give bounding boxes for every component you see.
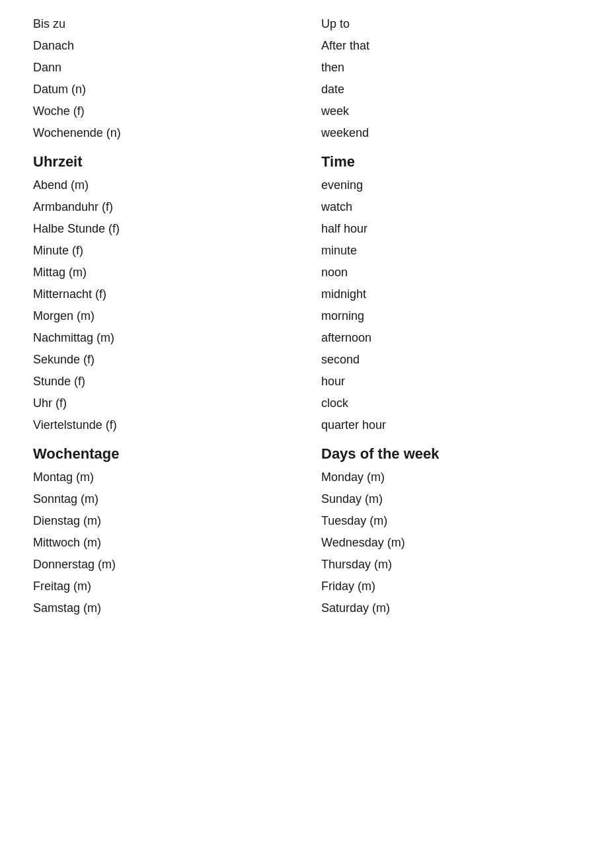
vocab-english: Wednesday (m)	[308, 532, 596, 554]
section-header-english: Time	[308, 144, 596, 174]
vocab-english: then	[308, 57, 596, 79]
vocab-english: hour	[308, 371, 596, 393]
vocab-english: quarter hour	[308, 414, 596, 436]
vocab-german: Armbanduhr (f)	[20, 196, 308, 218]
vocab-english: After that	[308, 35, 596, 57]
vocab-german: Mittag (m)	[20, 262, 308, 283]
vocab-german: Nachmittag (m)	[20, 327, 308, 349]
section-header-german: Wochentage	[20, 436, 308, 467]
vocab-english: morning	[308, 305, 596, 327]
vocab-row: Donnerstag (m)Thursday (m)	[20, 554, 596, 576]
vocab-row: Freitag (m)Friday (m)	[20, 576, 596, 597]
vocab-row: Morgen (m)morning	[20, 305, 596, 327]
vocab-german: Bis zu	[20, 13, 308, 35]
vocab-english: evening	[308, 174, 596, 196]
vocab-german: Minute (f)	[20, 240, 308, 262]
vocab-english: weekend	[308, 122, 596, 144]
vocab-english: minute	[308, 240, 596, 262]
vocab-english: Thursday (m)	[308, 554, 596, 576]
vocab-german: Sonntag (m)	[20, 488, 308, 510]
vocab-row: DanachAfter that	[20, 35, 596, 57]
vocab-english: clock	[308, 393, 596, 414]
section-header-german: Uhrzeit	[20, 144, 308, 174]
vocab-row: Dannthen	[20, 57, 596, 79]
vocab-english: Saturday (m)	[308, 597, 596, 619]
vocab-row: Armbanduhr (f)watch	[20, 196, 596, 218]
vocab-english: half hour	[308, 218, 596, 240]
vocab-english: week	[308, 100, 596, 122]
vocab-german: Uhr (f)	[20, 393, 308, 414]
vocab-row: Dienstag (m)Tuesday (m)	[20, 510, 596, 532]
vocab-german: Dienstag (m)	[20, 510, 308, 532]
vocab-english: Tuesday (m)	[308, 510, 596, 532]
vocabulary-table: Bis zuUp toDanachAfter thatDannthenDatum…	[20, 13, 596, 619]
vocab-english: Friday (m)	[308, 576, 596, 597]
vocab-german: Viertelstunde (f)	[20, 414, 308, 436]
section-header-english: Days of the week	[308, 436, 596, 467]
vocab-german: Mitternacht (f)	[20, 283, 308, 305]
vocab-row: Sekunde (f)second	[20, 349, 596, 371]
vocab-english: watch	[308, 196, 596, 218]
vocab-row: Mittag (m)noon	[20, 262, 596, 283]
vocab-english: noon	[308, 262, 596, 283]
vocab-german: Morgen (m)	[20, 305, 308, 327]
vocab-english: second	[308, 349, 596, 371]
vocab-german: Datum (n)	[20, 79, 308, 100]
vocab-german: Danach	[20, 35, 308, 57]
vocab-row: Woche (f)week	[20, 100, 596, 122]
vocab-row: Montag (m)Monday (m)	[20, 467, 596, 488]
vocab-german: Montag (m)	[20, 467, 308, 488]
vocab-row: Halbe Stunde (f)half hour	[20, 218, 596, 240]
vocab-row: Uhr (f)clock	[20, 393, 596, 414]
vocab-german: Wochenende (n)	[20, 122, 308, 144]
vocab-row: Abend (m)evening	[20, 174, 596, 196]
vocab-english: afternoon	[308, 327, 596, 349]
vocab-row: Datum (n)date	[20, 79, 596, 100]
section-header-row: UhrzeitTime	[20, 144, 596, 174]
vocab-row: Sonntag (m)Sunday (m)	[20, 488, 596, 510]
vocab-row: Wochenende (n)weekend	[20, 122, 596, 144]
vocab-german: Woche (f)	[20, 100, 308, 122]
vocab-row: Bis zuUp to	[20, 13, 596, 35]
vocab-german: Halbe Stunde (f)	[20, 218, 308, 240]
vocab-german: Samstag (m)	[20, 597, 308, 619]
vocab-english: midnight	[308, 283, 596, 305]
vocab-row: Viertelstunde (f)quarter hour	[20, 414, 596, 436]
vocab-german: Freitag (m)	[20, 576, 308, 597]
vocab-english: Monday (m)	[308, 467, 596, 488]
vocab-german: Donnerstag (m)	[20, 554, 308, 576]
vocab-english: Sunday (m)	[308, 488, 596, 510]
vocab-german: Dann	[20, 57, 308, 79]
vocab-german: Abend (m)	[20, 174, 308, 196]
vocab-row: Mitternacht (f)midnight	[20, 283, 596, 305]
vocab-german: Sekunde (f)	[20, 349, 308, 371]
vocab-english: date	[308, 79, 596, 100]
vocab-row: Minute (f)minute	[20, 240, 596, 262]
vocab-row: Mittwoch (m)Wednesday (m)	[20, 532, 596, 554]
vocab-english: Up to	[308, 13, 596, 35]
vocab-row: Nachmittag (m)afternoon	[20, 327, 596, 349]
vocab-row: Stunde (f)hour	[20, 371, 596, 393]
vocab-german: Stunde (f)	[20, 371, 308, 393]
vocab-german: Mittwoch (m)	[20, 532, 308, 554]
section-header-row: WochentageDays of the week	[20, 436, 596, 467]
vocab-row: Samstag (m)Saturday (m)	[20, 597, 596, 619]
